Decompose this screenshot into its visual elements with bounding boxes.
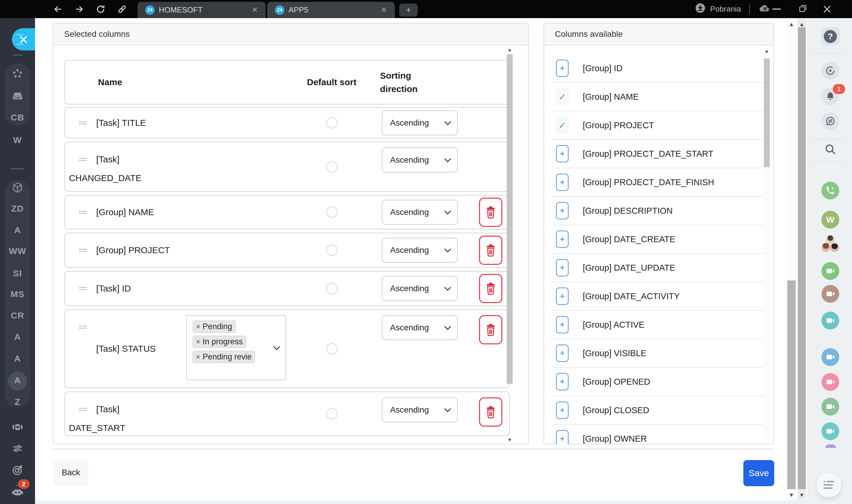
meeting-icon[interactable]: [0, 420, 35, 434]
scroll-down-icon[interactable]: ▼: [507, 437, 513, 443]
sidebar-item-a-6[interactable]: A: [0, 332, 35, 342]
tab-close-icon[interactable]: ✕: [381, 5, 387, 15]
sidebar-item-w[interactable]: W: [0, 135, 35, 145]
status-multiselect[interactable]: ×Pending×In progress×Pending revie: [186, 315, 286, 380]
sidebar-item-z-9[interactable]: Z: [0, 397, 35, 407]
sidebar-close-button[interactable]: [12, 28, 35, 51]
window-close-button[interactable]: [818, 0, 836, 18]
sidebar-item-cb[interactable]: CB: [0, 112, 35, 123]
delete-column-button[interactable]: [479, 236, 502, 265]
window-restore-button[interactable]: [793, 0, 811, 18]
delete-column-button[interactable]: [479, 397, 502, 427]
sorting-direction-select[interactable]: Ascending: [382, 110, 458, 136]
link-icon[interactable]: [117, 4, 127, 14]
sorting-direction-select[interactable]: Ascending: [382, 315, 458, 340]
video-chat-button[interactable]: [821, 262, 839, 280]
add-column-button[interactable]: +: [556, 259, 568, 276]
sidebar-item-a-8[interactable]: A: [0, 375, 35, 385]
add-column-button[interactable]: +: [556, 202, 568, 219]
scroll-down-icon[interactable]: ▼: [797, 492, 806, 498]
sorting-direction-select[interactable]: Ascending: [382, 200, 458, 225]
back-button[interactable]: Back: [53, 460, 89, 486]
sidebar-item-ww-2[interactable]: WW: [0, 246, 35, 256]
save-button[interactable]: Save: [743, 460, 774, 486]
drive-icon[interactable]: [0, 89, 35, 103]
default-sort-radio[interactable]: [326, 245, 338, 256]
scroll-up-icon[interactable]: ▲: [764, 48, 770, 53]
rail-menu-button[interactable]: [816, 472, 841, 498]
sidebar-item-a-1[interactable]: A: [0, 225, 35, 235]
default-sort-radio[interactable]: [326, 283, 338, 294]
drag-handle-icon[interactable]: [79, 210, 87, 214]
scroll-up-icon[interactable]: ▲: [507, 47, 513, 52]
add-column-button[interactable]: +: [556, 231, 568, 248]
phone-button[interactable]: [821, 182, 839, 199]
tag-remove-icon[interactable]: ×: [196, 338, 200, 346]
delete-column-button[interactable]: [479, 198, 502, 227]
forward-icon[interactable]: [74, 4, 84, 14]
add-column-button[interactable]: +: [556, 316, 568, 333]
default-sort-radio[interactable]: [326, 343, 338, 355]
add-column-button[interactable]: +: [556, 401, 568, 419]
notifications-button[interactable]: 1: [821, 88, 839, 105]
group-chat-avatars[interactable]: [821, 235, 839, 253]
downloads-label[interactable]: Pobrania: [710, 4, 741, 14]
video-chat-button[interactable]: [821, 312, 839, 329]
content-scrollbar[interactable]: ▲ ▼: [787, 18, 796, 501]
add-column-button[interactable]: +: [556, 373, 568, 390]
drag-handle-icon[interactable]: [79, 325, 87, 329]
tag-remove-icon[interactable]: ×: [196, 353, 200, 361]
add-column-button[interactable]: +: [556, 430, 568, 444]
add-column-button[interactable]: +: [556, 60, 568, 77]
target-icon[interactable]: [0, 463, 35, 476]
sorting-direction-select[interactable]: Ascending: [382, 147, 458, 173]
window-scrollbar[interactable]: ▲ ▼: [797, 18, 806, 501]
reload-icon[interactable]: [95, 4, 106, 14]
add-column-button[interactable]: +: [556, 145, 568, 162]
browser-tab-app5[interactable]: 24 APP5 ✕: [267, 2, 395, 18]
sliders-icon[interactable]: [0, 442, 35, 455]
box-icon[interactable]: [0, 181, 35, 194]
new-tab-button[interactable]: +: [399, 3, 418, 17]
scroll-up-icon[interactable]: ▲: [797, 21, 806, 28]
search-button[interactable]: [821, 140, 839, 158]
delete-column-button[interactable]: [479, 315, 502, 344]
default-sort-radio[interactable]: [326, 206, 338, 218]
scroll-down-icon[interactable]: ▼: [787, 492, 796, 498]
sorting-direction-select[interactable]: Ascending: [382, 238, 458, 263]
add-column-button[interactable]: +: [556, 345, 568, 362]
video-chat-button[interactable]: [821, 348, 839, 366]
video-chat-button[interactable]: [821, 422, 839, 440]
sidebar-item-si-3[interactable]: SI: [0, 268, 35, 278]
drag-handle-icon[interactable]: [79, 157, 87, 161]
sorting-direction-select[interactable]: Ascending: [382, 276, 458, 301]
drag-handle-icon[interactable]: [79, 407, 87, 411]
scroll-up-icon[interactable]: ▲: [787, 21, 796, 28]
back-icon[interactable]: [53, 4, 63, 14]
copilot-button[interactable]: [821, 62, 839, 79]
window-minimize-button[interactable]: [768, 0, 785, 18]
drag-handle-icon[interactable]: [79, 248, 87, 252]
drag-handle-icon[interactable]: [79, 286, 87, 291]
video-chat-button[interactable]: [821, 373, 839, 391]
download-icon[interactable]: [695, 2, 706, 16]
default-sort-radio[interactable]: [326, 408, 338, 419]
add-column-button[interactable]: +: [556, 174, 568, 191]
available-panel-scrollbar[interactable]: ▲: [764, 48, 770, 443]
help-button[interactable]: ?: [821, 27, 839, 46]
sidebar-item-a-7[interactable]: A: [0, 354, 35, 364]
drag-handle-icon[interactable]: [79, 121, 87, 125]
tag-remove-icon[interactable]: ×: [196, 322, 200, 331]
add-column-button[interactable]: +: [556, 288, 568, 305]
video-chat-button[interactable]: [821, 398, 839, 416]
browser-tab-homesoft[interactable]: 24 HOMESOFT ✕: [138, 2, 266, 18]
delete-column-button[interactable]: [479, 274, 502, 303]
video-chat-button[interactable]: [821, 285, 839, 303]
sorting-direction-select[interactable]: Ascending: [382, 397, 458, 422]
sidebar-item-ms-4[interactable]: MS: [0, 289, 35, 299]
sidebar-item-cr-5[interactable]: CR: [0, 310, 35, 321]
sidebar-item-zd-0[interactable]: ZD: [0, 204, 35, 214]
tab-close-icon[interactable]: ✕: [251, 5, 258, 15]
default-sort-radio[interactable]: [326, 161, 338, 173]
default-sort-radio[interactable]: [326, 117, 338, 128]
